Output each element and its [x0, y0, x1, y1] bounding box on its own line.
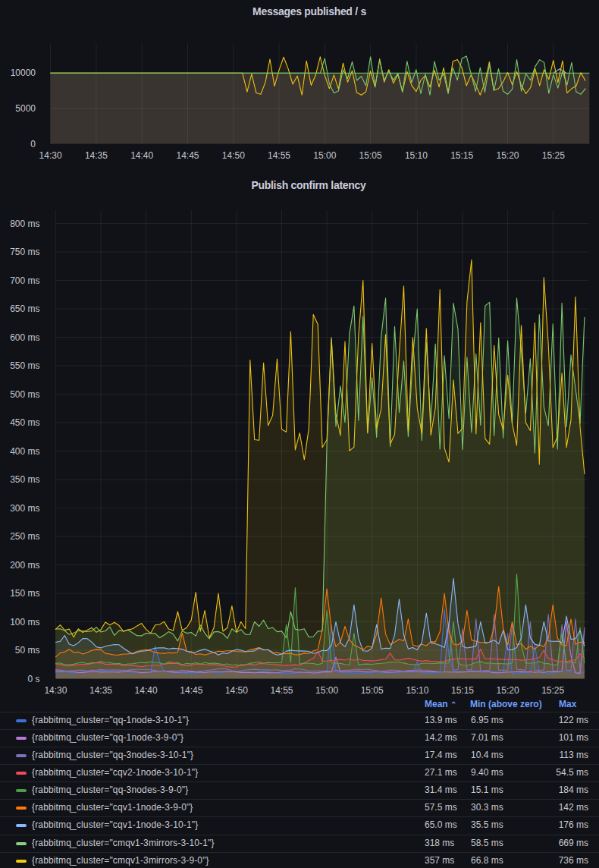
- svg-text:14:35: 14:35: [89, 685, 112, 696]
- svg-text:15:05: 15:05: [361, 685, 384, 696]
- svg-text:15:10: 15:10: [405, 150, 428, 161]
- svg-text:14:40: 14:40: [135, 685, 158, 696]
- svg-text:250 ms: 250 ms: [10, 531, 39, 542]
- svg-text:700 ms: 700 ms: [10, 275, 39, 286]
- svg-text:15:00: 15:00: [313, 150, 336, 161]
- svg-text:500 ms: 500 ms: [10, 389, 39, 400]
- svg-text:750 ms: 750 ms: [10, 247, 39, 257]
- svg-text:15:25: 15:25: [541, 685, 564, 696]
- svg-text:0: 0: [30, 139, 36, 149]
- svg-text:15:15: 15:15: [450, 150, 473, 161]
- svg-text:14:30: 14:30: [44, 685, 67, 696]
- svg-text:100 ms: 100 ms: [10, 617, 39, 627]
- svg-text:5000: 5000: [15, 103, 36, 114]
- svg-text:0 s: 0 s: [27, 674, 39, 684]
- svg-text:10000: 10000: [11, 68, 36, 78]
- svg-text:15:10: 15:10: [406, 685, 428, 696]
- svg-text:14:50: 14:50: [225, 685, 248, 696]
- svg-text:14:45: 14:45: [176, 150, 199, 161]
- svg-text:15:20: 15:20: [496, 150, 519, 161]
- svg-text:50 ms: 50 ms: [15, 645, 40, 656]
- svg-text:15:00: 15:00: [315, 685, 338, 696]
- svg-text:150 ms: 150 ms: [10, 588, 39, 599]
- svg-text:15:05: 15:05: [359, 150, 382, 161]
- svg-text:400 ms: 400 ms: [10, 446, 39, 457]
- svg-text:15:20: 15:20: [497, 685, 519, 696]
- svg-text:14:45: 14:45: [180, 685, 202, 696]
- svg-text:14:55: 14:55: [270, 685, 293, 696]
- svg-text:14:30: 14:30: [39, 150, 62, 161]
- svg-text:14:50: 14:50: [222, 150, 245, 161]
- svg-text:14:55: 14:55: [268, 150, 290, 161]
- svg-text:550 ms: 550 ms: [10, 360, 39, 371]
- svg-text:650 ms: 650 ms: [10, 303, 39, 314]
- svg-text:15:15: 15:15: [451, 685, 474, 696]
- svg-text:450 ms: 450 ms: [10, 417, 39, 428]
- svg-text:300 ms: 300 ms: [10, 503, 39, 514]
- svg-text:14:35: 14:35: [85, 150, 108, 161]
- svg-text:350 ms: 350 ms: [10, 474, 39, 485]
- svg-text:200 ms: 200 ms: [10, 560, 39, 571]
- svg-text:14:40: 14:40: [130, 150, 153, 161]
- svg-text:600 ms: 600 ms: [10, 332, 39, 343]
- svg-text:800 ms: 800 ms: [10, 219, 39, 229]
- svg-text:15:25: 15:25: [542, 150, 565, 161]
